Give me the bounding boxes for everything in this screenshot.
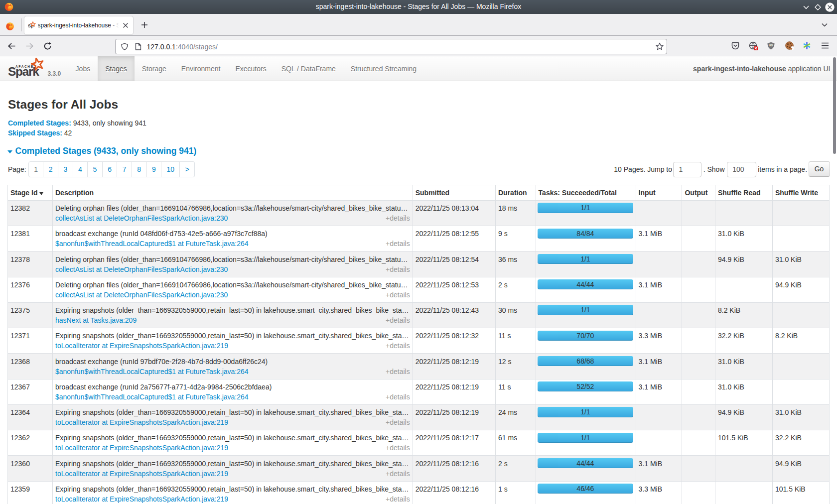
svg-text:Sp: Sp — [28, 23, 34, 28]
svg-text:UO: UO — [769, 44, 773, 47]
svg-text:APACHE: APACHE — [15, 65, 34, 68]
